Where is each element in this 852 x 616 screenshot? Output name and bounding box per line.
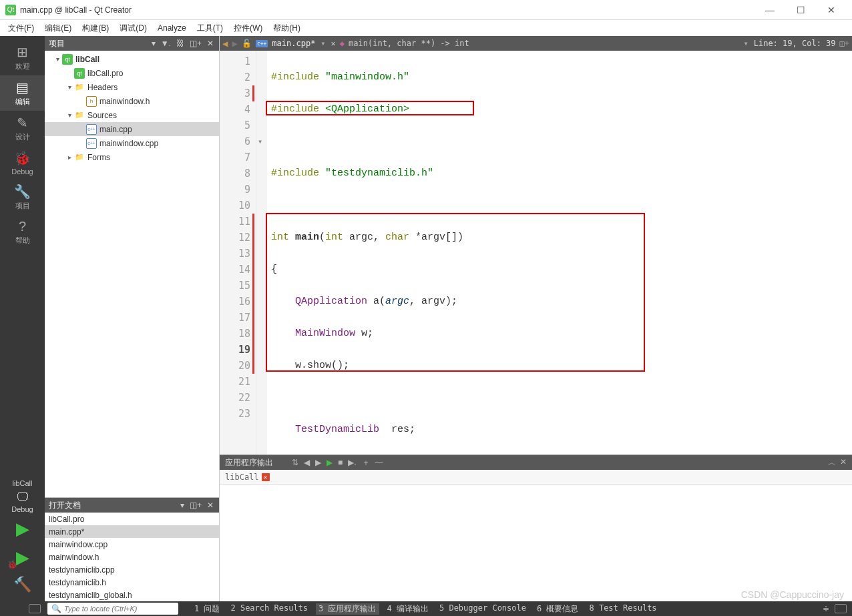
line-number[interactable]: 23 [220, 406, 250, 422]
run-debug-button[interactable]: ▶🐞 [16, 547, 29, 568]
line-number[interactable]: 8 [220, 166, 250, 182]
kit-label[interactable]: libCall [13, 477, 33, 490]
tree-arrow-icon[interactable]: ▸ [65, 153, 74, 161]
open-doc-row[interactable]: mainwindow.h [45, 551, 219, 563]
locator-box[interactable]: 🔍 [47, 603, 178, 615]
rerun-icon[interactable]: ▶ [327, 458, 333, 467]
prev-icon[interactable]: ◀ [304, 458, 310, 467]
build-button[interactable]: 🔨 [13, 576, 31, 593]
attach-icon[interactable]: ▶. [348, 458, 356, 467]
open-doc-row[interactable]: main.cpp* [45, 525, 219, 538]
symbol-signature[interactable]: main(int, char **) -> int [349, 39, 469, 48]
expand-icon[interactable]: ︿ [828, 457, 836, 469]
close-button[interactable]: ✕ [816, 0, 847, 20]
close-panel-icon[interactable]: ✕ [206, 501, 215, 510]
line-number[interactable]: 5 [220, 117, 250, 133]
line-number[interactable]: 18 [220, 326, 250, 342]
status-dropdown-icon[interactable]: ≑ [823, 604, 829, 613]
line-number[interactable]: 4 [220, 101, 250, 117]
menu-item[interactable]: 编辑(E) [39, 21, 77, 35]
tree-arrow-icon[interactable]: ▾ [65, 111, 74, 119]
status-tab[interactable]: 3 应用程序输出 [316, 603, 379, 615]
tree-arrow-icon[interactable]: ▾ [53, 55, 62, 63]
nav-forward-icon[interactable]: ▶ [232, 38, 237, 49]
line-number[interactable]: 22 [220, 390, 250, 406]
split-icon[interactable]: ◫+ [188, 39, 203, 48]
line-number[interactable]: 19 [220, 342, 250, 358]
status-tab[interactable]: 4 编译输出 [385, 603, 431, 615]
fold-column[interactable]: ▾ [256, 51, 267, 454]
open-doc-row[interactable]: mainwindow.cpp [45, 538, 219, 551]
status-tab[interactable]: 8 Test Results [586, 603, 659, 615]
minimize-button[interactable]: — [755, 0, 785, 20]
line-number[interactable]: 17 [220, 310, 250, 326]
close-tab-icon[interactable]: ✕ [262, 473, 270, 481]
add-icon[interactable]: ＋ [362, 457, 370, 469]
tree-row[interactable]: c++main.cpp [45, 122, 219, 136]
open-docs-list[interactable]: libCall.promain.cpp*mainwindow.cppmainwi… [45, 513, 219, 601]
line-number[interactable]: 15 [220, 278, 250, 294]
mode-帮助[interactable]: ?帮助 [0, 215, 45, 250]
menu-item[interactable]: 工具(T) [192, 21, 228, 35]
tree-row[interactable]: ▸📁Forms [45, 150, 219, 164]
line-number[interactable]: 21 [220, 374, 250, 390]
mode-设计[interactable]: ✎设计 [0, 111, 45, 146]
chevron-down-icon[interactable]: ▾ [321, 39, 325, 48]
line-number[interactable]: 2 [220, 69, 250, 85]
target-icon[interactable]: 🖵 [17, 490, 29, 504]
menu-item[interactable]: 构建(B) [77, 21, 114, 35]
dropdown-icon[interactable]: ▾ [150, 39, 157, 48]
line-number[interactable]: 7 [220, 149, 250, 166]
filter-icon[interactable]: ⇅ [292, 458, 298, 467]
tree-arrow-icon[interactable]: ▾ [65, 83, 74, 91]
cursor-position[interactable]: Line: 19, Col: 39 [754, 39, 836, 48]
menu-item[interactable]: 帮助(H) [268, 21, 306, 35]
menu-item[interactable]: 调试(D) [114, 21, 152, 35]
lock-icon[interactable]: 🔓 [242, 39, 252, 48]
status-tab[interactable]: 5 Debugger Console [437, 603, 529, 615]
remove-icon[interactable]: — [375, 458, 383, 467]
mode-项目[interactable]: 🔧项目 [0, 180, 45, 215]
editor-filename[interactable]: main.cpp* [272, 39, 315, 48]
output-body[interactable] [220, 485, 852, 601]
locator-input[interactable] [64, 605, 174, 613]
tree-row[interactable]: qtlibCall.pro [45, 66, 219, 80]
open-doc-row[interactable]: testdynamiclib_global.h [45, 589, 219, 601]
toggle-sidebar-icon[interactable] [29, 604, 41, 613]
link-icon[interactable]: ⛓ [175, 39, 186, 48]
nav-back-icon[interactable]: ◀ [222, 38, 228, 49]
line-number[interactable]: 16 [220, 294, 250, 310]
chevron-down-icon[interactable]: ▾ [743, 39, 748, 48]
line-number[interactable]: 3 [220, 85, 250, 101]
open-doc-row[interactable]: testdynamiclib.cpp [45, 563, 219, 576]
open-doc-row[interactable]: libCall.pro [45, 513, 219, 525]
line-number[interactable]: 10 [220, 198, 250, 214]
tree-row[interactable]: hmainwindow.h [45, 94, 219, 108]
mode-Debug[interactable]: 🐞Debug [0, 146, 45, 180]
mode-欢迎[interactable]: ⊞欢迎 [0, 40, 45, 75]
line-number[interactable]: 13 [220, 246, 250, 262]
menu-item[interactable]: 控件(W) [228, 21, 268, 35]
status-tab[interactable]: 1 问题 [192, 603, 222, 615]
output-tab-libcall[interactable]: libCall ✕ [220, 470, 275, 484]
status-tab[interactable]: 6 概要信息 [534, 603, 581, 615]
mode-编辑[interactable]: ▤编辑 [0, 75, 45, 111]
tree-row[interactable]: ▾qtlibCall [45, 52, 219, 66]
line-number[interactable]: 12 [220, 230, 250, 246]
line-number[interactable]: 11 [220, 214, 250, 230]
tree-row[interactable]: c++mainwindow.cpp [45, 136, 219, 150]
menu-item[interactable]: 文件(F) [3, 21, 39, 35]
fold-icon[interactable]: ▾ [258, 133, 262, 149]
line-number[interactable]: 14 [220, 262, 250, 278]
open-doc-row[interactable]: testdynamiclib.h [45, 576, 219, 589]
line-number-gutter[interactable]: 1234567891011121314151617181920212223 [220, 51, 256, 454]
split-icon[interactable]: ◫+ [188, 501, 203, 510]
run-button[interactable]: ▶ [16, 519, 29, 539]
next-icon[interactable]: ▶ [315, 458, 321, 467]
status-tab[interactable]: 2 Search Results [228, 603, 310, 615]
toggle-right-icon[interactable] [835, 604, 847, 613]
config-label[interactable]: Debug [11, 505, 33, 513]
menu-item[interactable]: Analyze [152, 22, 192, 34]
close-file-icon[interactable]: ✕ [331, 39, 336, 48]
split-editor-icon[interactable]: ◫+ [840, 39, 849, 48]
